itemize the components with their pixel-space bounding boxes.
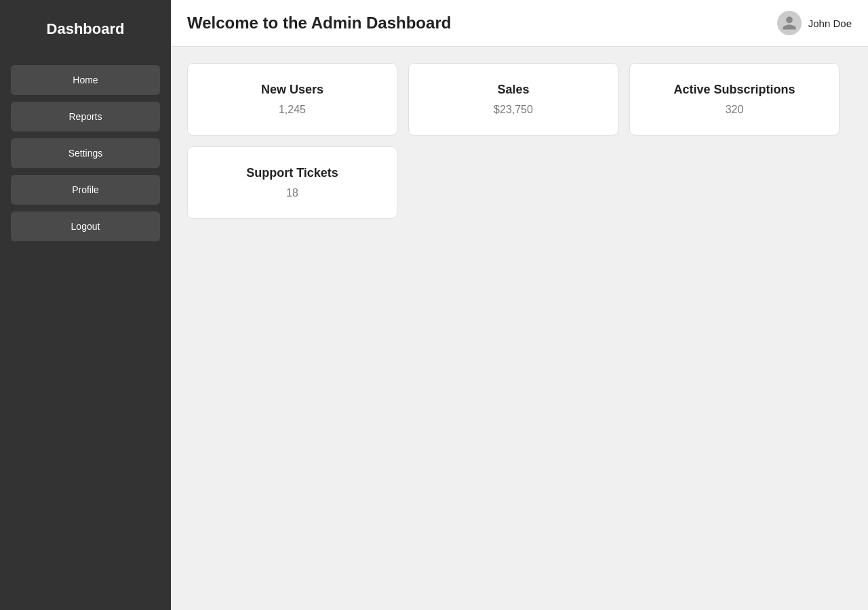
card-new-users-title: New Users — [261, 83, 323, 97]
user-name: John Doe — [808, 18, 852, 29]
nav-home[interactable]: Home — [11, 65, 160, 95]
sidebar: Dashboard Home Reports Settings Profile … — [0, 0, 171, 610]
cards-area: New Users 1,245 Sales $23,750 Active Sub… — [171, 47, 868, 235]
sidebar-title: Dashboard — [11, 14, 160, 45]
card-new-users-value: 1,245 — [279, 104, 306, 116]
nav-profile[interactable]: Profile — [11, 175, 160, 205]
card-active-subscriptions: Active Subscriptions 320 — [629, 63, 840, 136]
card-support-tickets: Support Tickets 18 — [187, 146, 397, 219]
avatar — [777, 11, 802, 35]
card-sales-value: $23,750 — [494, 104, 533, 116]
nav-reports[interactable]: Reports — [11, 102, 160, 131]
nav-settings[interactable]: Settings — [11, 138, 160, 168]
card-sales-title: Sales — [497, 83, 529, 97]
card-support-tickets-title: Support Tickets — [246, 166, 338, 180]
main-content: Welcome to the Admin Dashboard John Doe … — [171, 0, 868, 610]
header: Welcome to the Admin Dashboard John Doe — [171, 0, 868, 47]
card-support-tickets-value: 18 — [286, 187, 298, 199]
card-sales: Sales $23,750 — [408, 63, 618, 136]
user-info: John Doe — [777, 11, 852, 35]
card-active-subscriptions-value: 320 — [726, 104, 744, 116]
page-title: Welcome to the Admin Dashboard — [187, 14, 451, 33]
card-new-users: New Users 1,245 — [187, 63, 397, 136]
nav-logout[interactable]: Logout — [11, 211, 160, 241]
user-icon — [781, 15, 797, 31]
card-active-subscriptions-title: Active Subscriptions — [673, 83, 795, 97]
